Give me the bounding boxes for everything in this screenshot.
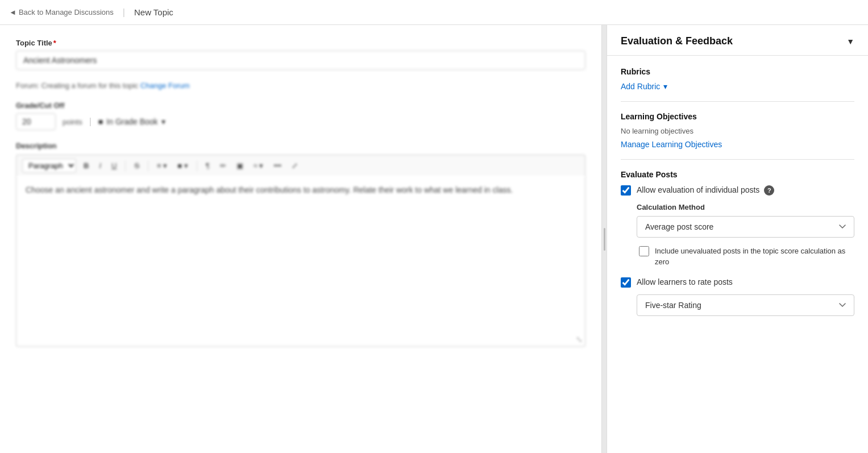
description-label: Description [16, 142, 585, 150]
editor-toolbar: Paragraph B I U S ≡ ▾ ■ ▾ ¶ ✏ ▣ ≈ ▾ ••• … [16, 155, 585, 176]
manage-learning-objectives-link[interactable]: Manage Learning Objectives [621, 140, 854, 149]
allow-rate-posts-label: Allow learners to rate posts [637, 277, 733, 288]
grade-book-label: In Grade Book [106, 117, 157, 126]
evaluate-posts-section: Evaluate Posts Allow evaluation of indiv… [621, 170, 854, 316]
strikethrough-button[interactable]: S [131, 160, 142, 172]
editor-body[interactable]: Choose an ancient astronomer and write a… [16, 176, 585, 347]
toolbar-separator-3 [197, 161, 197, 171]
rate-method-container: Five-star Rating Up/Down Voting Star Rat… [621, 294, 854, 316]
nav-divider: | [123, 7, 125, 18]
toolbar-separator-1 [125, 161, 126, 171]
right-panel-body: Rubrics Add Rubric ▾ Learning Objectives… [607, 56, 868, 327]
unevaluated-posts-row: Include unevaluated posts in the topic s… [637, 246, 854, 268]
indent-button[interactable]: ≈ ▾ [251, 160, 267, 172]
bold-button[interactable]: B [81, 160, 92, 172]
required-marker: * [53, 39, 56, 47]
section-divider-1 [621, 101, 854, 102]
grade-book-icon: ■ [98, 117, 103, 126]
forum-line: Forum: Creating a forum for this topic C… [16, 81, 585, 90]
underline-button[interactable]: U [109, 160, 119, 172]
resize-handle[interactable]: ⤡ [576, 335, 583, 344]
rubrics-section: Rubrics Add Rubric ▾ [621, 67, 854, 91]
page-title: New Topic [134, 7, 173, 17]
topic-title-input[interactable] [16, 51, 585, 70]
section-divider-2 [621, 159, 854, 160]
topic-title-label: Topic Title* [16, 39, 585, 47]
top-navigation: ◄ Back to Manage Discussions | New Topic [0, 0, 868, 25]
grade-book-chevron: ▾ [161, 117, 165, 126]
unevaluated-posts-label: Include unevaluated posts in the topic s… [655, 246, 854, 268]
grade-input[interactable] [16, 113, 56, 130]
evaluate-posts-title: Evaluate Posts [621, 170, 854, 179]
learning-objectives-title: Learning Objectives [621, 112, 854, 121]
grade-row: points | ■ In Grade Book ▾ [16, 113, 585, 130]
back-link-label: Back to Manage Discussions [19, 8, 114, 16]
fullscreen-button[interactable]: ⤢ [289, 160, 301, 172]
color-button[interactable]: ■ ▾ [175, 160, 190, 172]
allow-individual-row: Allow evaluation of individual posts ? [621, 185, 854, 196]
change-forum-link[interactable]: Change Forum [140, 81, 190, 90]
more-button[interactable]: ••• [271, 160, 284, 172]
description-group: Description Paragraph B I U S ≡ ▾ ■ ▾ ¶ … [16, 142, 585, 347]
grade-group: Grade/Cut Off points | ■ In Grade Book ▾ [16, 101, 585, 130]
grade-label: Grade/Cut Off [16, 101, 585, 110]
allow-individual-checkbox[interactable] [621, 185, 631, 196]
grade-book-wrapper: ■ In Grade Book ▾ [98, 117, 165, 126]
paragraph-select[interactable]: Paragraph [22, 159, 76, 173]
link-button[interactable]: ✏ [217, 160, 229, 172]
main-container: Topic Title* Forum: Creating a forum for… [0, 25, 868, 453]
help-icon[interactable]: ? [764, 185, 774, 196]
learning-objectives-section: Learning Objectives No learning objectiv… [621, 112, 854, 149]
back-link[interactable]: ◄ Back to Manage Discussions [9, 8, 114, 16]
right-panel: Evaluation & Feedback ▼ Rubrics Add Rubr… [607, 25, 868, 453]
back-arrow-icon: ◄ [9, 8, 16, 16]
toolbar-separator-2 [148, 161, 148, 171]
add-rubric-chevron: ▾ [663, 82, 667, 91]
grade-divider: | [89, 117, 92, 127]
topic-title-group: Topic Title* [16, 39, 585, 70]
add-rubric-label: Add Rubric [621, 82, 660, 91]
panel-divider[interactable] [602, 25, 607, 453]
right-panel-header: Evaluation & Feedback ▼ [607, 25, 868, 56]
panel-chevron-icon[interactable]: ▼ [846, 37, 854, 46]
allow-rate-posts-row: Allow learners to rate posts [621, 277, 854, 288]
grade-unit-label: points [63, 118, 82, 126]
allow-rate-posts-checkbox[interactable] [621, 277, 631, 288]
left-panel: Topic Title* Forum: Creating a forum for… [0, 25, 602, 453]
right-panel-title: Evaluation & Feedback [621, 35, 733, 47]
editor-content: Choose an ancient astronomer and write a… [26, 185, 513, 194]
align-button[interactable]: ≡ ▾ [154, 160, 170, 172]
list-button[interactable]: ¶ [203, 160, 213, 172]
rubrics-title: Rubrics [621, 67, 854, 76]
image-button[interactable]: ▣ [234, 160, 246, 172]
unevaluated-posts-checkbox[interactable] [639, 246, 649, 256]
italic-button[interactable]: I [96, 160, 104, 172]
rate-method-select[interactable]: Five-star Rating Up/Down Voting Star Rat… [637, 294, 854, 316]
no-objectives-text: No learning objectives [621, 127, 854, 135]
add-rubric-button[interactable]: Add Rubric ▾ [621, 82, 667, 91]
allow-individual-label: Allow evaluation of individual posts ? [637, 185, 774, 196]
calculation-method-select[interactable]: Average post score Highest post score Lo… [637, 216, 854, 238]
calculation-method-container: Calculation Method Average post score Hi… [621, 203, 854, 268]
calculation-method-label: Calculation Method [637, 203, 854, 211]
